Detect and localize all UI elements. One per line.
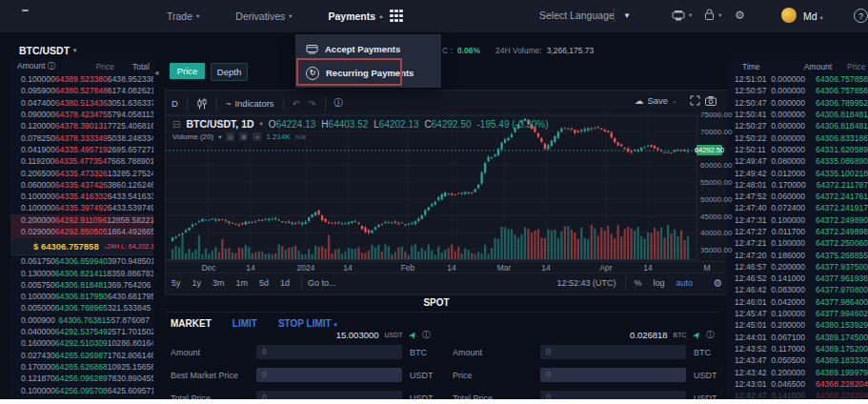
range-button-5y[interactable]: 5y (172, 278, 181, 288)
remove-indicator-icon[interactable]: × (252, 132, 261, 141)
trade-row[interactable]: 12:46:570.20000064377.937500 (727, 261, 868, 273)
trade-row[interactable]: 12:51:010.00000064306.757858 (727, 73, 868, 85)
trade-row[interactable]: 12:50:220.00000064306.833186 (727, 131, 868, 143)
trade-row[interactable]: 12:43:420.20000064389.199979 (727, 366, 868, 377)
nav-item-trade[interactable]: Trade▾ (167, 10, 199, 22)
tab-price[interactable]: Price (170, 63, 205, 79)
range-button-5d[interactable]: 5d (259, 278, 269, 288)
user-menu[interactable]: Md ▾ (803, 10, 823, 22)
trade-row[interactable]: 12:43:470.05050064389.183330 (727, 354, 868, 366)
menu-item-accept-payments[interactable]: Accept Payments (295, 37, 441, 61)
ask-row[interactable]: 0.02900064292.8505051864.492665 (10, 226, 153, 237)
trade-row[interactable]: 12:44:010.06710064389.174500 (727, 332, 868, 343)
pair-selector[interactable]: BTC/USDT ▾ (19, 45, 76, 56)
eye-icon[interactable]: ◎ (226, 132, 234, 141)
info-icon[interactable]: ⓘ (422, 329, 431, 341)
trade-row[interactable]: 12:45:010.20000064380.153929 (727, 319, 868, 331)
nav-item-derivatives[interactable]: Derivatives▾ (235, 10, 292, 22)
bid-row[interactable]: 0.02743064265.6269871762.806148 (10, 350, 153, 361)
trade-row[interactable]: 12:47:520.06000064372.241761 (727, 191, 868, 202)
help-icon[interactable]: ? (854, 9, 868, 23)
best-market-price-input[interactable]: 0 (256, 368, 402, 382)
trade-row[interactable]: 12:43:010.04650064368.228204 (727, 378, 868, 390)
trade-row[interactable]: 12:50:410.00000064306.818481 (727, 109, 868, 120)
bid-row[interactable]: 0.10000064256.0957086425.609571 (10, 384, 153, 395)
ask-row[interactable]: 0.20650064335.47332613285.275242 (10, 167, 153, 178)
chart-clock[interactable]: 12:52:43 (UTC) (557, 278, 616, 288)
trade-row[interactable]: 12:47:270.01170064372.249898 (727, 226, 868, 237)
scale-auto[interactable]: auto (676, 278, 694, 288)
amount-input[interactable]: 0 (540, 345, 686, 359)
volume-settings-icon[interactable]: ⚙ (239, 132, 248, 141)
bid-row[interactable]: 0.06175064306.8599403970.948501 (10, 255, 153, 267)
ask-row[interactable]: 0.12000064378.3901317725.406816 (10, 120, 153, 131)
avatar[interactable] (781, 8, 797, 23)
orders-icon[interactable]: ▾ (672, 10, 692, 21)
tab-market[interactable]: MARKET (171, 318, 212, 329)
price-input[interactable]: 0 (540, 368, 686, 382)
tab-limit[interactable]: LIMIT (232, 318, 257, 329)
chart-settings-gear-icon[interactable]: ⚙ (713, 277, 722, 290)
indicators-button[interactable]: ~ Indicators (226, 98, 274, 109)
trade-row[interactable]: 12:49:470.08000064335.086890 (727, 155, 868, 167)
chart-info-icon[interactable]: ⓘ (334, 97, 344, 110)
trade-row[interactable]: 12:50:470.00000064306.789952 (727, 97, 868, 109)
trade-row[interactable]: 12:47:210.10000064372.250060 (727, 237, 868, 249)
nav-item-payments[interactable]: Payments▴ (329, 10, 383, 22)
interval-button[interactable]: D (172, 98, 178, 109)
tab-depth[interactable]: Depth (211, 63, 248, 81)
bid-row[interactable]: 0.13000064306.8214118359.886783 (10, 267, 153, 278)
trade-row[interactable]: 12:50:270.00000064306.818481 (727, 120, 868, 131)
select-language[interactable]: Select Language (539, 10, 615, 21)
collapse-panel-icon[interactable]: ◂ (154, 68, 159, 77)
trade-row[interactable]: 12:46:520.14100064377.961938 (727, 273, 868, 284)
menu-item-recurring-payments[interactable]: ↻ Recurring Payments (295, 61, 441, 85)
trade-row[interactable]: 12:48:010.17000064372.211787 (727, 179, 868, 191)
goto-button[interactable]: Go to... (308, 278, 336, 288)
trade-row[interactable]: 12:46:010.04200064377.986400 (727, 296, 868, 308)
trade-row[interactable]: 12:46:420.08300064377.970800 (727, 284, 868, 295)
language-dropdown-icon[interactable]: ▼ (623, 11, 631, 20)
tab-stop-limit[interactable]: STOP LIMIT ▾ (278, 318, 337, 329)
trade-row[interactable]: 12:47:310.10000064372.249890 (727, 214, 868, 226)
range-button-3m[interactable]: 3m (212, 278, 225, 288)
redo-icon[interactable]: ↷ (309, 98, 316, 109)
trade-row[interactable]: 12:47:400.07240064372.241917 (727, 202, 868, 213)
ask-row[interactable]: 0.09000064378.4234755794.058113 (10, 109, 153, 120)
range-button-1d[interactable]: 1d (280, 278, 290, 288)
bid-row[interactable]: 0.17000064265.62686810925.156568 (10, 361, 153, 373)
info-icon[interactable]: ⓘ (706, 329, 715, 341)
ask-row[interactable]: 0.06000064335.4374263860.126246 (10, 179, 153, 191)
ask-row[interactable]: 0.20000064292.91109612858.582219 (10, 214, 153, 226)
ask-row[interactable]: 0.04190064335.4957192695.657271 (10, 144, 153, 155)
bid-row[interactable]: 0.12187064256.0962897830.890455 (10, 373, 153, 384)
snapshot-camera-icon[interactable] (705, 96, 717, 106)
trade-row[interactable]: 12:49:420.01200064335.100218 (727, 167, 868, 178)
trade-row[interactable]: 12:50:110.00000064331.620589 (727, 144, 868, 155)
fullscreen-icon[interactable] (690, 95, 700, 106)
amount-input[interactable]: 0 (256, 345, 402, 359)
ask-row[interactable]: 0.10000064335.3974926433.539749 (10, 202, 153, 213)
scale-log[interactable]: log (654, 278, 665, 288)
ask-row[interactable]: 0.07825064378.3333495038.248334 (10, 131, 153, 143)
bid-row[interactable]: 0.04000064292.5375492571.701502 (10, 326, 153, 337)
scale-%[interactable]: % (635, 278, 642, 288)
bid-row[interactable]: 0.10000064306.8179506430.681795 (10, 291, 153, 302)
settings-gear-icon[interactable]: ⚙ (735, 9, 745, 22)
wallet-lock-icon[interactable]: ▾ (704, 9, 721, 21)
ask-row[interactable]: 0.10000064335.4163326433.541633 (10, 191, 153, 202)
trade-row[interactable]: 12:47:200.18600064375.268855 (727, 249, 868, 260)
bid-row[interactable]: 0.00090064306.76381557.876087 (10, 314, 153, 326)
ask-row[interactable]: 0.11920064335.4773547668.788901 (10, 155, 153, 167)
ask-row[interactable]: 0.09590064380.5278486174.082621 (10, 85, 153, 96)
bid-row[interactable]: 0.00500064306.768965321.533845 (10, 302, 153, 313)
ask-row[interactable]: 0.10000064389.5233806438.952338 (10, 73, 153, 85)
apps-grid-icon[interactable] (390, 10, 403, 22)
trade-row[interactable]: 12:45:470.10000064377.994602 (727, 308, 868, 319)
bid-row[interactable]: 0.00575064306.818481369.764206 (10, 279, 153, 291)
range-button-1y[interactable]: 1y (192, 278, 202, 288)
trade-row[interactable]: 12:50:570.00000064306.757858 (727, 85, 868, 96)
trade-row[interactable]: 12:43:520.11700064389.175200 (727, 343, 868, 354)
info-icon[interactable]: ⓘ (48, 61, 56, 71)
bid-row[interactable]: 0.16000064292.51030910286.801649 (10, 337, 153, 349)
